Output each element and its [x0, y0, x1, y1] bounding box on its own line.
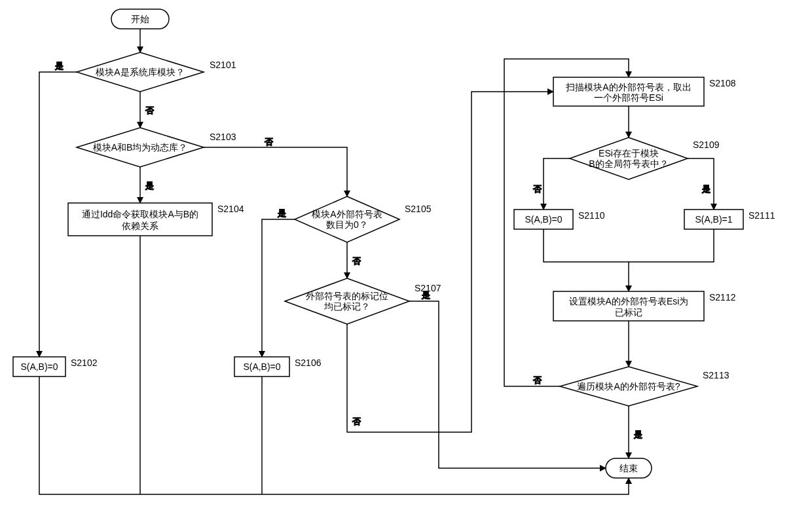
node-s2113: 遍历模块A的外部符号表? S2113	[560, 367, 729, 406]
flowchart-svg: 是 否 是 否 是 否 是 否 否 是	[0, 0, 812, 514]
s2107-text2: 均已标记？	[323, 301, 370, 312]
edge-label-s2109-yes: 是	[702, 184, 710, 194]
edge-s2103-s2105	[204, 147, 347, 196]
s2109-text1: ESi存在于模块	[599, 148, 659, 158]
edge-s2105-s2106	[262, 219, 295, 357]
edge-label-s2105-no: 否	[352, 256, 361, 266]
edge-label-s2105-yes: 是	[278, 208, 286, 218]
s2103-text: 模块A和B均为动态库？	[93, 142, 188, 153]
edge-label-s2113-no: 否	[533, 375, 542, 385]
s2110-label: S2110	[578, 210, 605, 221]
s2105-text2: 数目为0？	[326, 219, 368, 230]
s2110-text: S(A,B)=0	[525, 214, 562, 225]
end-label: 结束	[619, 463, 638, 473]
node-s2111: S(A,B)=1 S2111	[684, 210, 775, 229]
s2106-text: S(A,B)=0	[243, 361, 280, 372]
s2104-text1: 通过Idd命令获取模块A与B的	[82, 209, 198, 219]
s2102-label: S2102	[71, 358, 98, 368]
s2102-text: S(A,B)=0	[20, 361, 58, 372]
s2112-text1: 设置模块A的外部符号表Esi为	[569, 296, 689, 306]
node-end: 结束	[606, 458, 652, 478]
node-s2102: S(A,B)=0 S2102	[13, 357, 98, 376]
edge-s2111-s2112	[629, 229, 714, 262]
s2105-label: S2105	[405, 204, 432, 214]
s2112-text2: 已标记	[615, 307, 642, 318]
edge-s2102-end	[39, 376, 629, 494]
s2107-label: S2107	[415, 283, 441, 293]
edge-label-s2109-no: 否	[533, 184, 542, 194]
edge-label-s2113-yes: 是	[634, 430, 642, 439]
node-start: 开始	[111, 9, 169, 29]
s2106-label: S2106	[295, 358, 322, 368]
s2107-text1: 外部符号表的标记位	[306, 291, 388, 301]
edge-label-s2101-yes: 是	[55, 61, 64, 71]
node-s2110: S(A,B)=0 S2110	[514, 210, 605, 229]
s2101-text: 模块A是系统库模块？	[96, 67, 184, 77]
edge-label-s2101-no: 否	[145, 105, 154, 115]
s2108-label: S2108	[709, 78, 736, 88]
s2112-label: S2112	[709, 292, 736, 303]
edge-label-s2107-no: 否	[352, 416, 361, 426]
node-s2112: 设置模块A的外部符号表Esi为 已标记 S2112	[553, 291, 736, 321]
edge-label-s2103-no: 否	[265, 137, 273, 147]
start-label: 开始	[131, 14, 149, 24]
edge-label-s2103-yes: 是	[145, 181, 154, 191]
node-s2106: S(A,B)=0 S2106	[234, 357, 322, 376]
s2103-label: S2103	[210, 132, 236, 142]
node-s2108: 扫描模块A的外部符号表，取出 一个外部符号ESi S2108	[553, 77, 736, 106]
s2101-label: S2101	[210, 60, 236, 70]
edge-s2107-s2108	[347, 92, 553, 432]
s2109-label: S2109	[693, 139, 720, 150]
s2105-text1: 模块A外部符号表	[312, 209, 382, 219]
edge-s2109-s2110	[544, 158, 570, 210]
s2104-text2: 依赖关系	[122, 221, 158, 231]
s2108-text1: 扫描模块A的外部符号表，取出	[565, 82, 691, 92]
s2113-text: 遍历模块A的外部符号表?	[577, 381, 680, 392]
s2104-label: S2104	[217, 204, 244, 214]
s2111-text: S(A,B)=1	[695, 214, 732, 225]
edge-s2110-s2112	[544, 229, 629, 291]
s2109-text2: B的全局符号表中？	[589, 158, 668, 169]
s2108-text2: 一个外部符号ESi	[594, 92, 663, 103]
s2113-label: S2113	[703, 370, 729, 380]
node-s2101: 模块A是系统库模块？ S2101	[77, 52, 236, 92]
node-s2105: 模块A外部符号表 数目为0？ S2105	[295, 196, 432, 242]
s2111-label: S2111	[748, 210, 775, 221]
node-s2104: 通过Idd命令获取模块A与B的 依赖关系 S2104	[68, 203, 244, 236]
